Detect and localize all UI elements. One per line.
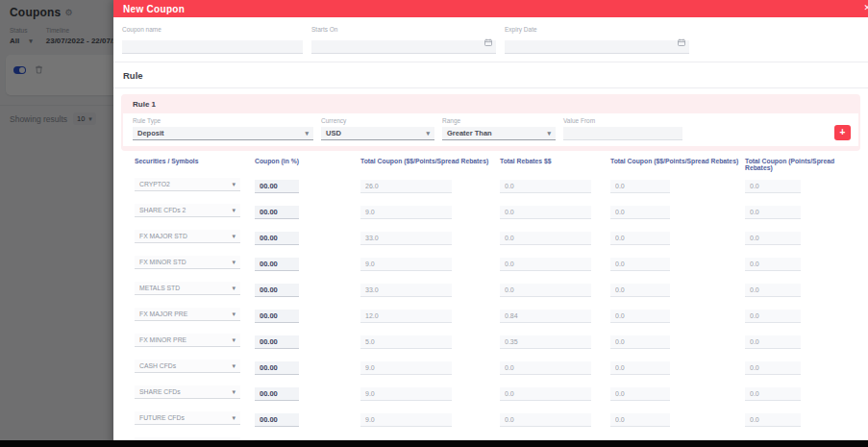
total-coupon-3-input[interactable]	[745, 258, 801, 271]
security-value: FX MAJOR STD	[139, 233, 187, 239]
total-coupon-2-input[interactable]	[610, 180, 670, 193]
total-coupon-input[interactable]	[360, 258, 452, 271]
total-rebates-input[interactable]	[500, 258, 591, 271]
starts-on-input[interactable]	[311, 40, 496, 54]
total-rebates-input[interactable]	[500, 413, 591, 427]
total-rebates-input[interactable]	[500, 361, 591, 375]
coupon-percent-input[interactable]	[255, 310, 299, 323]
security-select[interactable]: FX MINOR STD ▾	[135, 256, 240, 269]
security-select[interactable]: FUTURE CFDs ▾	[135, 411, 240, 425]
total-coupon-input[interactable]	[360, 387, 452, 401]
chevron-down-icon: ▾	[232, 181, 236, 187]
coupon-percent-input[interactable]	[255, 284, 299, 297]
table-row: FUTURE CFDs ▾	[113, 405, 868, 431]
total-rebates-input[interactable]	[500, 310, 591, 323]
total-coupon-2-input[interactable]	[610, 413, 670, 427]
total-rebates-input[interactable]	[500, 387, 591, 401]
security-select[interactable]: FX MAJOR STD ▾	[135, 230, 240, 243]
security-select[interactable]: FX MAJOR PRE ▾	[135, 308, 240, 321]
total-coupon-input[interactable]	[360, 206, 452, 219]
security-select[interactable]: CASH CFDs ▾	[135, 360, 240, 373]
security-select[interactable]: FX MINOR PRE ▾	[135, 334, 240, 347]
total-rebates-input[interactable]	[500, 232, 591, 245]
total-coupon-3-input[interactable]	[745, 361, 801, 375]
coupon-percent-input[interactable]	[255, 335, 299, 349]
table-body: CRYPTO2 ▾ SHARE CFDs 2 ▾ FX MAJOR STD	[113, 171, 868, 447]
table-row: FX MAJOR PRE ▾	[113, 301, 868, 327]
chevron-down-icon: ▾	[232, 336, 236, 343]
range-value: Greater Than	[447, 129, 492, 137]
value-from-label: Value From	[563, 117, 682, 124]
coupon-percent-input[interactable]	[255, 180, 299, 193]
total-coupon-input[interactable]	[360, 284, 452, 297]
security-value: CRYPTO2	[139, 181, 170, 187]
col-header-total-coupon-3: Total Coupon (Points/Spread Rebates)	[745, 158, 868, 171]
currency-select[interactable]: USD ▾	[321, 127, 434, 140]
chevron-down-icon: ▾	[232, 388, 236, 395]
col-header-securities: Securities / Symbols	[135, 158, 255, 164]
col-header-coupon: Coupon (in %)	[255, 158, 360, 164]
rule-1-title: Rule 1	[121, 94, 860, 113]
total-coupon-3-input[interactable]	[745, 387, 801, 401]
security-value: FUTURE CFDs	[139, 414, 185, 421]
calendar-icon[interactable]	[678, 38, 685, 46]
security-select[interactable]: CRYPTO2 ▾	[135, 178, 240, 191]
coupon-percent-input[interactable]	[255, 387, 299, 401]
coupon-percent-input[interactable]	[255, 361, 299, 375]
total-coupon-2-input[interactable]	[610, 310, 670, 323]
col-header-total-coupon: Total Coupon ($$/Points/Spread Rebates)	[360, 158, 500, 164]
security-select[interactable]: SHARE CFDs ▾	[135, 385, 240, 399]
rule-1-panel: Rule 1 Rule Type Deposit ▾ Currency USD …	[121, 94, 860, 151]
total-coupon-input[interactable]	[360, 310, 452, 323]
total-coupon-3-input[interactable]	[745, 310, 801, 323]
expiry-date-label: Expiry Date	[505, 26, 689, 33]
total-coupon-2-input[interactable]	[610, 206, 670, 219]
table-row: FX MAJOR STD ▾	[113, 223, 868, 249]
total-coupon-2-input[interactable]	[610, 361, 670, 375]
close-icon[interactable]: ✕	[863, 3, 868, 12]
modal-title: New Coupon	[123, 4, 185, 14]
total-coupon-input[interactable]	[360, 232, 452, 245]
total-coupon-input[interactable]	[360, 413, 452, 427]
expiry-date-input[interactable]	[505, 40, 689, 54]
total-coupon-2-input[interactable]	[610, 335, 670, 349]
coupon-percent-input[interactable]	[255, 232, 299, 245]
total-rebates-input[interactable]	[500, 206, 591, 219]
coupon-percent-input[interactable]	[255, 413, 299, 427]
coupon-name-label: Coupon name	[122, 26, 303, 33]
calendar-icon[interactable]	[484, 38, 492, 46]
total-coupon-3-input[interactable]	[745, 206, 801, 219]
security-select[interactable]: SHARE CFDs 2 ▾	[135, 204, 240, 217]
range-select[interactable]: Greater Than ▾	[442, 127, 556, 140]
coupon-percent-input[interactable]	[255, 258, 299, 271]
value-from-input[interactable]	[563, 127, 682, 140]
security-select[interactable]: METALS STD ▾	[135, 282, 240, 295]
total-rebates-input[interactable]	[500, 284, 591, 297]
total-coupon-input[interactable]	[360, 180, 452, 193]
total-coupon-2-input[interactable]	[610, 387, 670, 401]
total-coupon-input[interactable]	[360, 335, 452, 349]
starts-on-label: Starts On	[311, 26, 496, 33]
coupon-percent-input[interactable]	[255, 206, 299, 219]
range-label: Range	[442, 117, 556, 124]
total-coupon-3-input[interactable]	[745, 232, 801, 245]
col-header-total-coupon-2: Total Coupon ($$/Points/Spread Rebates)	[610, 158, 745, 164]
chevron-down-icon: ▾	[305, 130, 309, 137]
add-rule-button[interactable]: +	[834, 125, 851, 140]
table-header-row: Securities / Symbols Coupon (in %) Total…	[113, 158, 868, 171]
total-coupon-3-input[interactable]	[745, 284, 801, 297]
coupon-name-input[interactable]	[122, 40, 303, 54]
security-value: FX MINOR STD	[139, 259, 186, 265]
total-coupon-3-input[interactable]	[745, 413, 801, 427]
total-coupon-2-input[interactable]	[610, 232, 670, 245]
total-rebates-input[interactable]	[500, 180, 591, 193]
total-coupon-2-input[interactable]	[610, 284, 670, 297]
total-coupon-input[interactable]	[360, 361, 452, 375]
total-rebates-input[interactable]	[500, 335, 591, 349]
rule-type-label: Rule Type	[133, 117, 313, 124]
total-coupon-2-input[interactable]	[610, 258, 670, 271]
rule-type-select[interactable]: Deposit ▾	[133, 127, 313, 140]
total-coupon-3-input[interactable]	[745, 180, 801, 193]
total-coupon-3-input[interactable]	[745, 335, 801, 349]
chevron-down-icon: ▾	[426, 130, 430, 137]
